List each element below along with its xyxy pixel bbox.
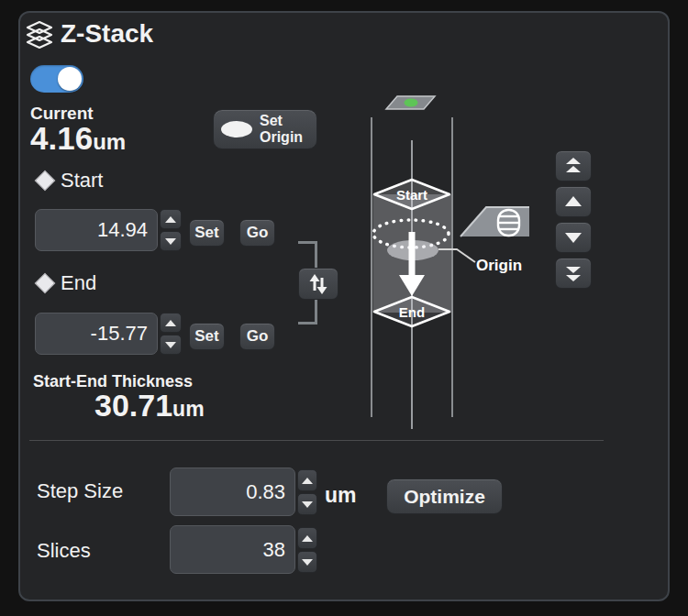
step-size-label: Step Size <box>37 479 123 503</box>
up-arrow-icon <box>302 535 313 542</box>
end-spin-up-button[interactable] <box>160 313 182 333</box>
step-size-spin-down-button[interactable] <box>297 493 317 515</box>
step-size-input[interactable] <box>170 468 295 516</box>
toggle-knob <box>58 67 82 91</box>
origin-label: Origin <box>476 257 522 274</box>
end-go-button[interactable]: Go <box>239 323 275 350</box>
section-divider <box>29 440 604 441</box>
end-position-input[interactable] <box>35 313 158 355</box>
start-spin-up-button[interactable] <box>160 209 182 229</box>
double-down-arrow-icon <box>564 265 583 281</box>
start-plane-label: Start <box>396 187 427 203</box>
slices-label: Slices <box>37 539 91 563</box>
thickness-value: 30.71um <box>94 388 205 424</box>
current-value-number: 4.16 <box>30 120 93 156</box>
down-arrow-icon <box>302 501 313 508</box>
set-origin-label: SetOrigin <box>260 113 303 146</box>
end-set-button[interactable]: Set <box>189 323 225 350</box>
origin-ellipse-icon <box>221 121 252 138</box>
down-arrow-icon <box>165 238 176 245</box>
double-up-arrow-icon <box>564 158 583 174</box>
slices-spin-up-button[interactable] <box>297 527 317 549</box>
thickness-value-number: 30.71 <box>94 388 172 423</box>
swap-start-end-button[interactable] <box>298 268 338 300</box>
z-move-top-button[interactable] <box>555 150 592 182</box>
start-set-button[interactable]: Set <box>189 219 225 247</box>
page-title: Z-Stack <box>61 19 153 49</box>
z-stack-panel-screenshot: Z-Stack Current 4.16um SetOrigin Start S… <box>0 0 688 616</box>
down-arrow-icon <box>302 559 313 566</box>
current-value: 4.16um <box>30 120 126 157</box>
current-value-unit: um <box>93 129 126 154</box>
slices-spin-down-button[interactable] <box>297 551 317 573</box>
z-stack-visualization: Start End Origin <box>347 87 550 435</box>
z-stack-enable-toggle[interactable] <box>30 65 83 93</box>
end-label: End <box>61 271 96 295</box>
z-move-bottom-button[interactable] <box>555 258 592 289</box>
start-label: Start <box>61 169 103 192</box>
z-move-up-button[interactable] <box>555 186 592 217</box>
up-arrow-icon <box>302 478 313 484</box>
step-size-spin-up-button[interactable] <box>297 469 317 491</box>
thickness-value-unit: um <box>172 397 205 421</box>
end-spin-down-button[interactable] <box>160 335 182 355</box>
start-spin-down-button[interactable] <box>160 231 182 251</box>
set-origin-button[interactable]: SetOrigin <box>213 109 317 149</box>
end-plane-label: End <box>399 304 425 320</box>
swap-arrows-icon <box>306 273 330 295</box>
step-size-unit: um <box>325 483 357 508</box>
start-go-button[interactable]: Go <box>239 219 275 247</box>
green-indicator <box>405 99 418 107</box>
down-arrow-icon <box>165 342 176 348</box>
layers-icon <box>25 21 54 49</box>
z-stack-panel <box>18 11 670 601</box>
up-arrow-icon <box>165 320 176 326</box>
slices-input[interactable] <box>170 525 295 574</box>
start-position-input[interactable] <box>35 209 158 251</box>
optimize-button[interactable]: Optimize <box>386 478 503 514</box>
up-arrow-icon <box>165 216 176 223</box>
up-arrow-icon <box>564 194 583 209</box>
z-move-down-button[interactable] <box>555 222 592 253</box>
down-arrow-icon <box>564 230 583 245</box>
